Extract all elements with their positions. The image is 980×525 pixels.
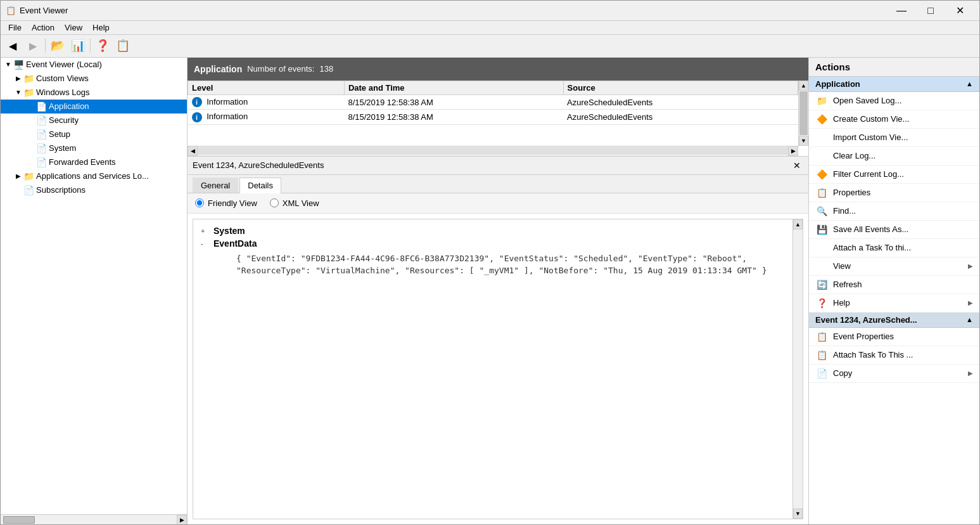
close-button[interactable]: ✕	[945, 1, 974, 21]
system-label: System	[49, 143, 76, 153]
expand-root[interactable]: ▼	[3, 60, 13, 70]
open-log-button[interactable]: 📂	[48, 37, 67, 55]
action-refresh[interactable]: 🔄 Refresh	[809, 276, 979, 294]
tree-item-setup[interactable]: 📄 Setup	[1, 127, 187, 141]
tree-pane: ▼ 🖥️ Event Viewer (Local) ▶ 📁 Custom Vie…	[1, 58, 188, 524]
action-filter-log[interactable]: 🔶 Filter Current Log...	[809, 165, 979, 184]
menu-view[interactable]: View	[60, 22, 87, 34]
action-import-custom-view[interactable]: Import Custom Vie...	[809, 129, 979, 147]
scroll-left-btn[interactable]: ◀	[188, 146, 198, 156]
action-save-all-events[interactable]: 💾 Save All Events As...	[809, 221, 979, 239]
tree-item-forwarded[interactable]: 📄 Forwarded Events	[1, 155, 187, 169]
eventdata-expand-icon[interactable]: -	[201, 240, 211, 247]
tree-item-app-services[interactable]: ▶ 📁 Applications and Services Lo...	[1, 169, 187, 183]
xml-view-label[interactable]: XML View	[270, 198, 319, 208]
table-row[interactable]: i Information 8/15/2019 12:58:38 AM Azur…	[188, 94, 798, 110]
col-datetime: Date and Time	[344, 81, 563, 94]
menu-file[interactable]: File	[3, 22, 27, 34]
detail-panel: Event 1234, AzureScheduledEvents ✕ Gener…	[188, 157, 808, 524]
maximize-button[interactable]: □	[916, 1, 945, 21]
action-attach-task-this[interactable]: 📋 Attach Task To This ...	[809, 346, 979, 365]
properties-button[interactable]: 📋	[113, 37, 132, 55]
event-data-text: { "EventId": "9FDB1234-FA44-4C96-8FC6-B3…	[236, 254, 767, 276]
event-section-header[interactable]: Event 1234, AzureSched... ▲	[809, 313, 979, 328]
system-label-detail: System	[213, 226, 245, 236]
event-collapse-arrow: ▲	[966, 316, 973, 323]
expand-custom-views[interactable]: ▶	[13, 74, 23, 84]
tree-item-subscriptions[interactable]: 📄 Subscriptions	[1, 183, 187, 197]
detail-close-button[interactable]: ✕	[791, 159, 803, 172]
root-icon: 🖥️	[13, 60, 24, 70]
system-expand-icon[interactable]: +	[201, 227, 211, 235]
events-table-container: Level Date and Time Source i Information	[188, 81, 808, 157]
action-find[interactable]: 🔍 Find...	[809, 202, 979, 221]
tree-scroll-right[interactable]: ▶	[177, 515, 187, 525]
application-section-header[interactable]: Application ▲	[809, 77, 979, 92]
toolbar: ◀ ▶ 📂 📊 ❓ 📋	[1, 35, 979, 58]
friendly-view-label[interactable]: Friendly View	[195, 198, 257, 208]
application-section-title: Application	[815, 79, 860, 89]
table-vscrollbar[interactable]: ▲ ▼	[798, 81, 808, 146]
application-label: Application	[49, 101, 89, 111]
detail-vscrollbar[interactable]: ▲ ▼	[792, 219, 803, 519]
detail-content-box[interactable]: + System - EventData { "EventId": "9FDB1…	[193, 219, 803, 519]
log-count: 138	[319, 64, 333, 74]
forward-button[interactable]: ▶	[23, 37, 42, 55]
menu-bar: File Action View Help	[1, 21, 979, 35]
vscroll-thumb[interactable]	[799, 91, 808, 135]
event-log-button[interactable]: 📊	[68, 37, 87, 55]
event-datetime-1: 8/15/2019 12:58:38 AM	[344, 94, 563, 110]
friendly-view-radio[interactable]	[195, 198, 204, 207]
tab-general[interactable]: General	[193, 178, 238, 193]
scroll-up-btn[interactable]: ▲	[799, 81, 808, 91]
app-services-icon: 📁	[23, 171, 34, 181]
menu-help[interactable]: Help	[87, 22, 115, 34]
action-copy[interactable]: 📄 Copy ▶	[809, 365, 979, 383]
save-label: Save All Events As...	[833, 224, 973, 234]
events-scroll-area[interactable]: Level Date and Time Source i Information	[188, 81, 808, 156]
action-view[interactable]: View ▶	[809, 257, 979, 276]
xml-view-radio[interactable]	[270, 198, 279, 207]
app-icon: 📋	[6, 6, 16, 16]
event-source-2: AzureScheduledEvents	[563, 110, 798, 125]
tree-item-system[interactable]: 📄 System	[1, 141, 187, 155]
action-open-saved-log[interactable]: 📁 Open Saved Log...	[809, 92, 979, 110]
scroll-down-btn[interactable]: ▼	[799, 136, 808, 146]
action-create-custom-view[interactable]: 🔶 Create Custom Vie...	[809, 110, 979, 129]
expand-security	[26, 115, 36, 126]
import-icon	[815, 131, 828, 144]
tree-item-security[interactable]: 📄 Security	[1, 113, 187, 127]
minimize-button[interactable]: —	[887, 1, 916, 21]
root-label: Event Viewer (Local)	[26, 60, 102, 69]
help-button[interactable]: ❓	[93, 37, 112, 55]
tab-details[interactable]: Details	[239, 178, 281, 193]
action-attach-task[interactable]: Attach a Task To thi...	[809, 239, 979, 257]
back-button[interactable]: ◀	[3, 37, 22, 55]
action-properties[interactable]: 📋 Properties	[809, 184, 979, 202]
friendly-view-text: Friendly View	[208, 198, 257, 208]
action-help[interactable]: ❓ Help ▶	[809, 294, 979, 313]
subscriptions-label: Subscriptions	[36, 185, 86, 195]
detail-scroll-up[interactable]: ▲	[793, 219, 803, 230]
system-tree-item[interactable]: + System	[198, 224, 798, 237]
action-event-properties[interactable]: 📋 Event Properties	[809, 328, 979, 346]
detail-scroll-down[interactable]: ▼	[793, 509, 803, 519]
expand-app-services[interactable]: ▶	[13, 171, 23, 181]
event-level-2: i Information	[188, 110, 345, 125]
expand-windows-logs[interactable]: ▼	[13, 88, 23, 98]
menu-action[interactable]: Action	[27, 22, 60, 34]
eventdata-tree-item[interactable]: - EventData	[198, 237, 798, 250]
table-row[interactable]: i Information 8/15/2019 12:58:38 AM Azur…	[188, 110, 798, 125]
tree-item-custom-views[interactable]: ▶ 📁 Custom Views	[1, 72, 187, 86]
events-table: Level Date and Time Source i Information	[188, 81, 798, 125]
tree-item-application[interactable]: 📄 Application	[1, 100, 187, 113]
tree-item-windows-logs[interactable]: ▼ 📁 Windows Logs	[1, 86, 187, 100]
tree-scrollbar-thumb[interactable]	[3, 516, 35, 524]
action-clear-log[interactable]: Clear Log...	[809, 147, 979, 165]
scroll-right-btn[interactable]: ▶	[788, 146, 798, 156]
tree-item-root[interactable]: ▼ 🖥️ Event Viewer (Local)	[1, 58, 187, 72]
table-hscrollbar[interactable]: ◀ ▶	[188, 146, 798, 156]
event-section-title: Event 1234, AzureSched...	[815, 315, 917, 325]
col-source: Source	[563, 81, 798, 94]
tree-hscrollbar[interactable]: ▶	[1, 514, 187, 524]
